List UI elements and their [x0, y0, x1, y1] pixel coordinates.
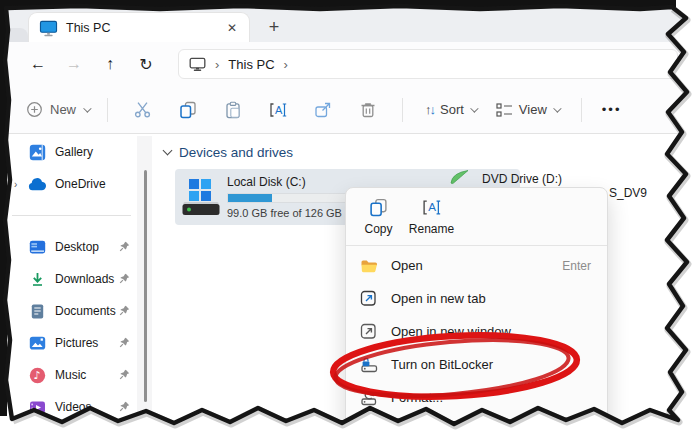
pin-icon	[119, 366, 133, 384]
videos-icon	[28, 399, 46, 416]
more-options-icon[interactable]: •••	[594, 102, 630, 117]
rename-icon: A	[269, 101, 287, 119]
tab-this-pc[interactable]: This PC ✕	[28, 12, 250, 43]
sidebar-item-videos[interactable]: Videos	[6, 391, 137, 423]
this-pc-monitor-icon	[39, 20, 58, 37]
new-tab-button[interactable]: +	[260, 14, 288, 40]
share-button[interactable]	[300, 101, 345, 119]
menu-item-turn-on-bitlocker[interactable]: Turn on BitLocker	[346, 348, 607, 381]
address-bar[interactable]: › This PC ›	[178, 49, 678, 79]
breadcrumb-chevron-icon: ›	[215, 57, 219, 72]
desktop-icon	[28, 239, 46, 255]
pin-icon	[119, 302, 133, 320]
sidebar-item-music[interactable]: ♪ Music	[6, 359, 137, 391]
local-disk-icon	[182, 177, 220, 221]
pin-icon	[119, 270, 133, 288]
paste-icon	[224, 101, 242, 119]
delete-button[interactable]	[345, 101, 390, 119]
pc-breadcrumb-icon	[189, 57, 206, 72]
menu-shortcut: Enter	[562, 259, 591, 273]
format-drive-icon	[359, 389, 378, 406]
copy-icon	[369, 198, 388, 217]
rename-quick-action[interactable]: A Rename	[405, 198, 458, 236]
sort-button-label: Sort	[440, 102, 464, 117]
dvd-drive-name[interactable]: DVD Drive (D:)	[482, 172, 562, 186]
menu-item-open-in-new-window[interactable]: Open in new window	[346, 315, 607, 348]
open-new-tab-icon	[359, 290, 378, 307]
sidebar-item-label: OneDrive	[55, 177, 137, 191]
tab-bar: This PC ✕ +	[6, 6, 690, 42]
menu-separator	[346, 245, 607, 246]
breadcrumb-chevron-icon[interactable]: ›	[284, 57, 288, 72]
navigation-pane: Gallery › OneDrive Desktop	[6, 136, 137, 423]
music-icon: ♪	[28, 367, 46, 384]
documents-icon	[28, 303, 46, 320]
toolbar-divider	[107, 98, 108, 122]
folder-open-icon	[359, 258, 378, 274]
onedrive-cloud-icon	[28, 178, 46, 191]
tab-title: This PC	[66, 21, 215, 35]
back-icon[interactable]: ←	[20, 55, 56, 73]
dvd-volume-label-fragment: S_DV9	[609, 186, 647, 200]
svg-text:♪: ♪	[33, 369, 40, 382]
navigation-bar: ← → ↑ ↻ › This PC ›	[6, 42, 690, 86]
group-header-label: Devices and drives	[179, 145, 293, 160]
breadcrumb-this-pc[interactable]: This PC	[228, 57, 274, 72]
sidebar-divider	[12, 215, 131, 216]
sort-arrows-icon: ↑↓	[425, 102, 434, 117]
sidebar-item-label: Videos	[55, 400, 119, 414]
disk-usage-fill	[228, 194, 272, 202]
sidebar-item-label: Downloads	[55, 272, 119, 286]
context-menu: Copy A Rename Open Enter	[345, 187, 608, 434]
quick-actions-row: Copy A Rename	[346, 194, 607, 238]
refresh-icon[interactable]: ↻	[128, 55, 164, 74]
tab-close-icon[interactable]: ✕	[223, 21, 241, 35]
up-icon[interactable]: ↑	[92, 55, 128, 73]
share-icon	[314, 101, 332, 119]
partial-menu-item-icon	[361, 416, 373, 434]
view-layout-icon	[496, 102, 513, 118]
new-button-label: New	[50, 102, 76, 117]
toolbar-divider	[581, 98, 582, 122]
copy-button[interactable]	[165, 101, 210, 119]
view-button[interactable]: View	[486, 102, 569, 118]
menu-item-format[interactable]: Format...	[346, 381, 607, 414]
disk-free-space-text: 99.0 GB free of 126 GB	[227, 207, 342, 219]
toolbar-divider	[402, 98, 403, 122]
menu-item-open[interactable]: Open Enter	[346, 249, 607, 282]
sidebar-scrollbar[interactable]	[137, 136, 152, 434]
sort-button[interactable]: ↑↓ Sort	[415, 102, 486, 117]
menu-item-label: Open in new window	[391, 324, 511, 339]
pin-icon	[119, 334, 133, 352]
rename-button[interactable]: A	[255, 101, 300, 119]
menu-item-open-in-new-tab[interactable]: Open in new tab	[346, 282, 607, 315]
new-button[interactable]: New	[20, 101, 95, 118]
gallery-icon	[28, 144, 46, 161]
sidebar-item-label: Desktop	[55, 240, 119, 254]
rename-icon: A	[422, 198, 441, 217]
devices-and-drives-header[interactable]: Devices and drives	[164, 145, 293, 160]
sidebar-item-desktop[interactable]: Desktop	[6, 231, 137, 263]
pin-icon	[119, 398, 133, 416]
file-explorer-window: This PC ✕ + ← → ↑ ↻ › This PC › New	[0, 0, 695, 434]
cut-button[interactable]	[120, 101, 165, 118]
open-new-window-icon	[359, 323, 378, 340]
sidebar-item-onedrive[interactable]: › OneDrive	[6, 168, 137, 200]
quick-action-label: Copy	[364, 222, 392, 236]
pictures-icon	[28, 335, 46, 351]
sidebar-item-pictures[interactable]: Pictures	[6, 327, 137, 359]
quick-action-label: Rename	[409, 222, 454, 236]
collapse-chevron-icon[interactable]	[163, 146, 173, 156]
sidebar-item-documents[interactable]: Documents	[6, 295, 137, 327]
chevron-down-icon	[83, 104, 91, 112]
sidebar-item-downloads[interactable]: Downloads	[6, 263, 137, 295]
sidebar-item-gallery[interactable]: Gallery	[6, 136, 137, 168]
sidebar-item-label: Music	[55, 368, 119, 382]
copy-quick-action[interactable]: Copy	[352, 198, 405, 236]
scrollbar-thumb[interactable]	[144, 170, 147, 402]
sidebar-item-label: Documents	[55, 304, 119, 318]
paste-button[interactable]	[210, 101, 255, 119]
expand-chevron-icon[interactable]: ›	[14, 179, 28, 190]
downloads-icon	[28, 272, 46, 287]
forward-icon[interactable]: →	[56, 55, 92, 73]
